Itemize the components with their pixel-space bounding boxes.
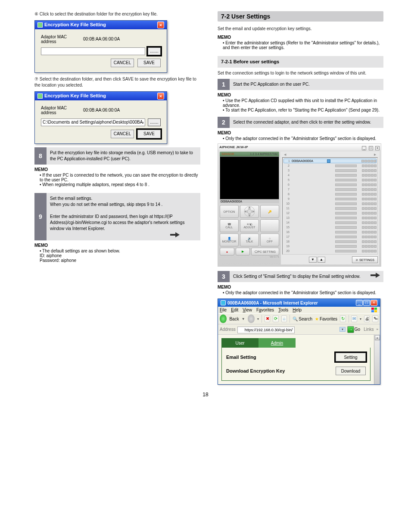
close-icon[interactable]: ×	[157, 93, 164, 100]
settings-button[interactable]: ⛭SETTINGS	[352, 256, 378, 263]
menu-edit[interactable]: Edit	[231, 308, 238, 312]
list-row[interactable]: 19	[283, 244, 377, 249]
option-button[interactable]: OPTION	[220, 205, 239, 218]
list-row[interactable]: 15	[283, 225, 377, 230]
list-row[interactable]: 3	[283, 168, 377, 173]
menu-file[interactable]: File	[220, 308, 227, 312]
forward-button[interactable]	[248, 314, 255, 323]
page-number: 18	[202, 392, 208, 398]
row-indicators	[362, 193, 377, 196]
page-down-button[interactable]: ▼	[309, 257, 317, 263]
list-row-selected[interactable]: 1 000BAA06000A	[283, 159, 377, 163]
save-button[interactable]: SAVE	[137, 130, 161, 138]
search-button[interactable]: 🔍Search	[293, 317, 312, 321]
maximize-icon[interactable]: □	[363, 300, 370, 306]
maximize-icon[interactable]: □	[369, 146, 373, 150]
go-button[interactable]: →	[347, 326, 354, 333]
talk-button[interactable]: 🔊TALK	[240, 233, 259, 246]
scrollbar[interactable]: ▴	[374, 335, 380, 384]
list-row[interactable]: 11	[283, 206, 377, 211]
list-row[interactable]: 9	[283, 196, 377, 201]
minimize-icon[interactable]: _	[362, 146, 366, 150]
stop-icon[interactable]: ✖	[265, 315, 271, 322]
list-row[interactable]: 13	[283, 215, 377, 220]
addr-dropdown[interactable]: ▾	[339, 327, 346, 332]
step-1: 1 Start the PC Application on the user P…	[218, 79, 383, 90]
off-button[interactable]: ○OFF	[260, 233, 279, 246]
page-up-button[interactable]: ▲	[318, 257, 325, 263]
pc-setting-button[interactable]: 🖵 PC SETTING	[251, 248, 279, 255]
address-input[interactable]	[237, 327, 295, 333]
menu-view[interactable]: View	[243, 308, 252, 312]
list-row[interactable]: 8	[283, 192, 377, 196]
path-input[interactable]	[41, 118, 145, 126]
list-row[interactable]: 7	[283, 187, 377, 192]
scroll-up-icon[interactable]: ▴	[375, 335, 380, 340]
path-input[interactable]	[41, 47, 145, 55]
app-left-panel: SENSOR 1 2 3 4 M/PRST/TIM 000BAA06000A O…	[220, 152, 279, 264]
close-icon[interactable]: ×	[157, 22, 164, 28]
list-row[interactable]: 17	[283, 234, 377, 239]
list-row[interactable]: 2	[283, 163, 377, 168]
email-setting-button[interactable]: Setting	[336, 353, 366, 361]
call-button[interactable]: ☎CALL	[220, 219, 239, 232]
print-icon[interactable]: 🖨	[364, 315, 370, 322]
list-row[interactable]: 14	[283, 220, 377, 225]
cancel-button[interactable]: CANCEL	[111, 59, 134, 67]
save-button[interactable]: SAVE	[137, 59, 161, 67]
door-button[interactable]: 🔑	[260, 205, 279, 218]
list-row[interactable]: 10	[283, 201, 377, 206]
history-icon[interactable]: ↻	[340, 315, 346, 322]
app-title: AIPHONE JKW-IP	[219, 145, 248, 149]
list-row[interactable]: 18	[283, 239, 377, 244]
monitor-button[interactable]: 👤MONITOR	[220, 233, 239, 246]
play-button[interactable]: ▶	[236, 248, 250, 255]
list-row[interactable]: 12	[283, 211, 377, 215]
step-number: 2	[218, 117, 230, 128]
list-row[interactable]: 4	[283, 173, 377, 177]
list-row[interactable]: 16	[283, 230, 377, 234]
dock-right[interactable]: ▶	[374, 153, 376, 156]
toolbar-expand[interactable]: »	[377, 317, 378, 321]
menu-help[interactable]: Help	[293, 308, 302, 312]
dock-controls: ◀ ▶	[282, 153, 378, 156]
minimize-icon[interactable]: _	[356, 300, 363, 306]
settings-tabs: User Admin	[221, 338, 371, 348]
mail-icon[interactable]: ✉	[351, 315, 357, 322]
step-body: Start the PC Application on the user PC.	[230, 79, 383, 90]
svg-marker-0	[170, 232, 180, 237]
brightness-button[interactable]: ☀/◐ADJUST	[240, 219, 259, 232]
menu-favorites[interactable]: Favorites	[256, 308, 274, 312]
left-intro: ⑥ Click to select the destination folder…	[34, 11, 200, 18]
list-row[interactable]: 20	[283, 249, 377, 253]
list-row[interactable]: 5	[283, 177, 377, 182]
browse-button[interactable]: .......	[148, 118, 161, 126]
adjust-button[interactable]	[260, 219, 279, 232]
home-icon[interactable]: ⌂	[281, 315, 287, 322]
intro-para: Set the email and update encryption key …	[218, 26, 383, 32]
refresh-icon[interactable]: ⟳	[273, 315, 279, 322]
record-button[interactable]: ●	[220, 248, 234, 255]
cancel-button[interactable]: CANCEL	[111, 130, 134, 138]
dpad-control[interactable]	[240, 205, 259, 218]
svg-rect-11	[374, 310, 377, 312]
step-number: 3	[218, 271, 230, 282]
links-label[interactable]: Links	[364, 327, 374, 332]
back-dropdown[interactable]: ▼	[242, 317, 245, 321]
tab-admin[interactable]: Admin	[258, 338, 296, 348]
close-icon[interactable]: ×	[375, 146, 380, 150]
browse-button[interactable]: .......	[148, 47, 161, 55]
memo-step8: MEMO • If the user PC is connected to th…	[34, 167, 200, 187]
list-row[interactable]: 6	[283, 182, 377, 187]
close-icon[interactable]: ×	[371, 300, 377, 306]
memo-title: MEMO	[218, 93, 383, 97]
links-expand[interactable]: »	[377, 327, 378, 331]
tab-user[interactable]: User	[221, 338, 258, 348]
back-button[interactable]	[220, 314, 227, 323]
dock-left[interactable]: ◀	[284, 153, 286, 156]
row-indicators	[362, 188, 377, 191]
app-right-panel: ◀ ▶ 1 000BAA06000A	[281, 152, 379, 264]
favorites-button[interactable]: ★Favorites	[315, 317, 337, 321]
download-button[interactable]: Download	[336, 367, 366, 375]
menu-tools[interactable]: Tools	[278, 308, 288, 312]
